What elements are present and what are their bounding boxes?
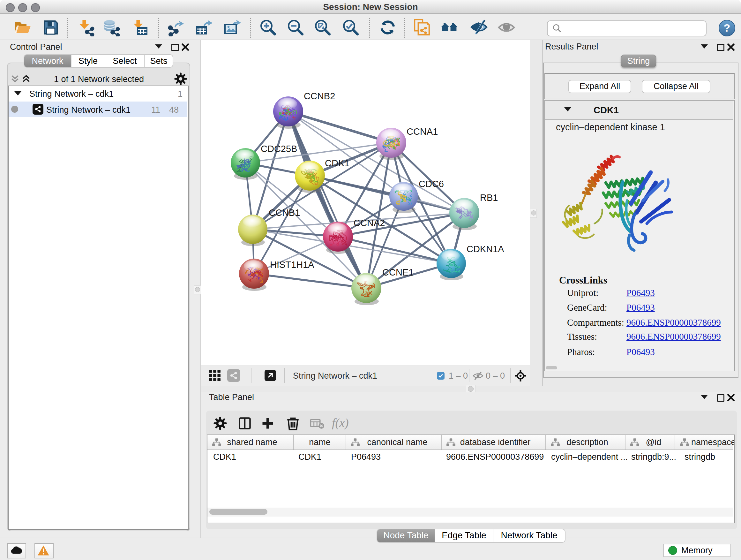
svg-text:HIST1H1A: HIST1H1A xyxy=(270,260,314,270)
svg-text:CDC6: CDC6 xyxy=(419,179,444,189)
svg-text:CCNA1: CCNA1 xyxy=(407,126,438,137)
svg-text:CCNB2: CCNB2 xyxy=(304,91,335,101)
svg-text:CDK1: CDK1 xyxy=(325,158,349,168)
svg-text:CDC25B: CDC25B xyxy=(261,144,297,154)
svg-text:CCNA2: CCNA2 xyxy=(354,218,385,228)
svg-text:CDKN1A: CDKN1A xyxy=(467,244,504,254)
svg-text:CCNE1: CCNE1 xyxy=(382,267,414,277)
svg-text:RB1: RB1 xyxy=(480,192,498,203)
svg-text:CCNB1: CCNB1 xyxy=(269,207,300,218)
